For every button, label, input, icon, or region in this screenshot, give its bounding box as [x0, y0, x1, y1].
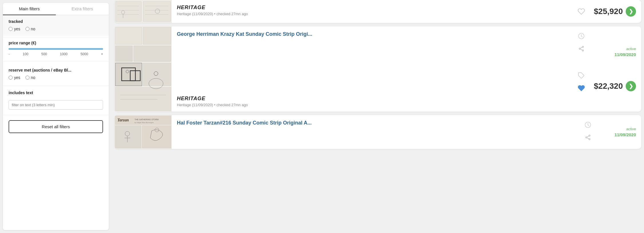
- svg-line-32: [580, 49, 582, 50]
- reserve-yes-option[interactable]: yes: [9, 75, 20, 80]
- listing-price-1: $25,920: [594, 7, 623, 16]
- comic-image-3: Tarzan THE GATHERING STORM by Edgar Rice…: [114, 115, 172, 149]
- listing-title-3: Hal Foster Tarzan#216 Sunday Comic Strip…: [177, 120, 575, 126]
- reserve-met-label: reserve met (auctions / eBay Bl...: [9, 68, 103, 72]
- price-tick-max: +: [101, 52, 103, 56]
- price-tick-5000: 5000: [80, 52, 88, 56]
- listing-card-3: Tarzan THE GATHERING STORM by Edgar Rice…: [114, 115, 641, 149]
- price-range-label: price range (€): [9, 41, 103, 45]
- tracked-filter-section: tracked yes no: [3, 15, 109, 36]
- tab-main-filters[interactable]: Main filters: [3, 3, 56, 15]
- price-tick-1000: 1000: [60, 52, 68, 56]
- reserve-met-section: reserve met (auctions / eBay Bl... yes n…: [3, 63, 109, 84]
- reserve-no-radio[interactable]: [25, 76, 29, 80]
- filter-tabs: Main filters Extra filters: [3, 3, 109, 15]
- price-range-section: price range (€) - 100 500 1000 5000 +: [3, 38, 109, 60]
- svg-line-50: [587, 138, 589, 139]
- price-ticks: - 100 500 1000 5000 +: [9, 52, 103, 56]
- comic-image-2: [114, 26, 172, 112]
- svg-rect-18: [143, 63, 171, 86]
- share-icon-3[interactable]: [583, 133, 592, 142]
- listing-image-3: Tarzan THE GATHERING STORM by Edgar Rice…: [114, 115, 172, 149]
- reset-section: Reset all filters: [3, 116, 109, 139]
- divider-4: [3, 115, 109, 115]
- listing-info-2: George Herriman Krazy Kat Sunday Comic S…: [172, 26, 574, 112]
- listing-title-2: George Herriman Krazy Kat Sunday Comic S…: [177, 31, 569, 37]
- reserve-yes-radio[interactable]: [9, 76, 13, 80]
- listing-status-date-3: 11/09/2020: [615, 132, 636, 137]
- go-button-1[interactable]: ❯: [626, 6, 636, 17]
- track-icon-2[interactable]: [577, 31, 586, 41]
- source-logo-2: HERITAGE: [177, 96, 569, 102]
- filter-panel: Main filters Extra filters tracked yes n…: [3, 3, 109, 230]
- tracked-yes-radio[interactable]: [9, 27, 13, 31]
- tracked-no-label: no: [31, 27, 35, 31]
- includes-text-label: includes text: [9, 90, 103, 95]
- tracked-radio-group: yes no: [9, 27, 103, 31]
- listing-image-2: [114, 26, 172, 112]
- source-logo-1: HERITAGE: [177, 5, 569, 11]
- listing-price-section-2: active 11/09/2020 $22,320 ❯: [589, 26, 641, 112]
- listing-status-date-2: 11/09/2020: [615, 52, 636, 57]
- tracked-no-option[interactable]: no: [25, 27, 35, 31]
- reserve-met-radio-group: yes no: [9, 75, 103, 80]
- reserve-yes-label: yes: [14, 75, 20, 80]
- svg-point-30: [582, 50, 584, 51]
- listings-panel: HERITAGE Heritage (11/09/2020) • checked…: [112, 0, 644, 233]
- tracked-yes-option[interactable]: yes: [9, 27, 20, 31]
- listing-image-1: [114, 0, 172, 23]
- price-row-1: $25,920 ❯: [594, 6, 636, 17]
- svg-point-46: [589, 135, 590, 136]
- svg-line-31: [580, 47, 582, 48]
- price-tick-100: 100: [23, 52, 28, 56]
- price-tick-min: -: [9, 52, 10, 56]
- svg-text:THE GATHERING STORM: THE GATHERING STORM: [135, 119, 159, 121]
- track-icon-3[interactable]: [583, 120, 592, 129]
- tracked-yes-label: yes: [14, 27, 20, 31]
- svg-rect-14: [143, 27, 171, 44]
- listing-price-section-3: active 11/09/2020: [595, 115, 641, 149]
- tag-icon-2[interactable]: [577, 71, 586, 80]
- heart-icon-2[interactable]: [577, 84, 586, 93]
- listing-card: HERITAGE Heritage (11/09/2020) • checked…: [114, 0, 641, 23]
- listing-status-3: active: [626, 127, 636, 131]
- listing-info-3: Hal Foster Tarzan#216 Sunday Comic Strip…: [172, 115, 580, 149]
- svg-rect-17: [115, 63, 142, 86]
- comic-image-1: [114, 0, 172, 23]
- svg-text:Tarzan: Tarzan: [117, 118, 129, 122]
- reserve-no-label: no: [31, 75, 35, 80]
- divider-1: [3, 37, 109, 37]
- price-slider-fill: [9, 48, 103, 50]
- tracked-no-radio[interactable]: [25, 27, 29, 31]
- listing-actions-3: [580, 115, 595, 149]
- svg-line-49: [587, 136, 589, 137]
- svg-point-47: [586, 137, 587, 138]
- reserve-no-option[interactable]: no: [25, 75, 35, 80]
- reset-all-filters-button[interactable]: Reset all filters: [9, 120, 103, 133]
- svg-rect-1: [116, 1, 141, 21]
- listing-price-section-1: $25,920 ❯: [589, 0, 641, 23]
- svg-point-28: [582, 46, 584, 48]
- tab-extra-filters[interactable]: Extra filters: [56, 3, 109, 15]
- svg-rect-39: [115, 126, 141, 148]
- divider-2: [3, 61, 109, 62]
- tracked-label: tracked: [9, 19, 103, 24]
- price-slider-track[interactable]: [9, 48, 103, 50]
- divider-3: [3, 86, 109, 86]
- price-tick-500: 500: [41, 52, 47, 56]
- listing-status-2: active: [626, 47, 636, 51]
- svg-point-48: [589, 139, 590, 140]
- share-icon-2[interactable]: [577, 44, 586, 53]
- heart-icon-1[interactable]: [577, 7, 586, 16]
- price-row-2: $22,320 ❯: [594, 81, 636, 91]
- includes-text-input[interactable]: [9, 100, 103, 110]
- svg-rect-15: [115, 46, 133, 62]
- go-button-2[interactable]: ❯: [626, 81, 636, 91]
- listing-card-2: George Herriman Krazy Kat Sunday Comic S…: [114, 26, 641, 112]
- svg-rect-40: [142, 126, 171, 148]
- svg-point-29: [579, 48, 580, 50]
- svg-rect-13: [115, 27, 142, 44]
- svg-rect-16: [134, 46, 171, 62]
- source-info-1: Heritage (11/09/2020) • checked 27mn ago: [177, 12, 569, 16]
- listing-info-1: HERITAGE Heritage (11/09/2020) • checked…: [172, 0, 574, 23]
